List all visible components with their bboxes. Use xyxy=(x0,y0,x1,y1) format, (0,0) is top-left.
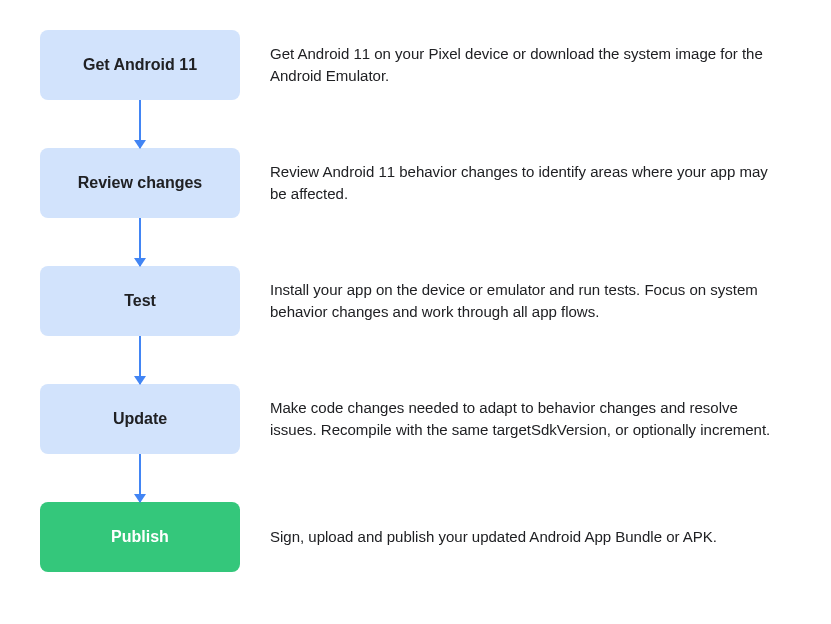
step-description: Sign, upload and publish your updated An… xyxy=(270,526,791,549)
step-label: Test xyxy=(124,292,156,310)
flowchart: Get Android 11 Get Android 11 on your Pi… xyxy=(40,30,791,572)
step-row-3: Update Make code changes needed to adapt… xyxy=(40,384,791,454)
arrow-down-icon xyxy=(40,454,240,502)
step-description: Get Android 11 on your Pixel device or d… xyxy=(270,43,791,88)
arrow-down-icon xyxy=(40,218,240,266)
step-row-1: Review changes Review Android 11 behavio… xyxy=(40,148,791,218)
step-label: Get Android 11 xyxy=(83,56,197,74)
step-box-publish: Publish xyxy=(40,502,240,572)
step-box-review-changes: Review changes xyxy=(40,148,240,218)
step-label: Review changes xyxy=(78,174,203,192)
step-label: Update xyxy=(113,410,167,428)
step-description: Make code changes needed to adapt to beh… xyxy=(270,397,791,442)
step-box-test: Test xyxy=(40,266,240,336)
step-description: Install your app on the device or emulat… xyxy=(270,279,791,324)
arrow-down-icon xyxy=(40,336,240,384)
step-row-2: Test Install your app on the device or e… xyxy=(40,266,791,336)
step-box-get-android: Get Android 11 xyxy=(40,30,240,100)
step-row-0: Get Android 11 Get Android 11 on your Pi… xyxy=(40,30,791,100)
step-box-update: Update xyxy=(40,384,240,454)
step-label: Publish xyxy=(111,528,169,546)
step-row-4: Publish Sign, upload and publish your up… xyxy=(40,502,791,572)
step-description: Review Android 11 behavior changes to id… xyxy=(270,161,791,206)
arrow-down-icon xyxy=(40,100,240,148)
